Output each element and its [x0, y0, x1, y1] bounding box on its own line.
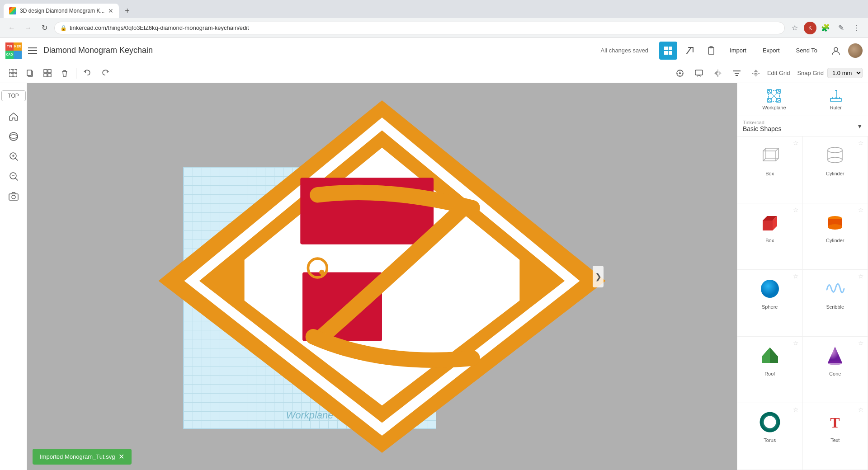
hamburger-button[interactable] — [25, 43, 40, 58]
snap-grid-label: Snap Grid — [797, 70, 824, 76]
svg-point-32 — [9, 132, 18, 141]
star-icon-9[interactable]: ☆ — [793, 406, 799, 413]
star-icon-6[interactable]: ☆ — [858, 273, 864, 280]
svg-rect-60 — [830, 99, 841, 101]
svg-line-69 — [776, 148, 778, 151]
edit-grid-label[interactable]: Edit Grid — [767, 70, 790, 76]
shape-item-cone[interactable]: ☆ Cone — [803, 337, 868, 404]
redo-button[interactable] — [97, 66, 113, 81]
top-toolbar: TIN KER CAD Diamond Monogram Keychain Al… — [0, 38, 868, 63]
home-view-button[interactable] — [5, 108, 22, 125]
refresh-button[interactable]: ↻ — [38, 22, 51, 34]
ruler-button-label: Ruler — [830, 105, 842, 110]
workplane-button-label: Workplane — [762, 105, 786, 110]
app-container: TIN KER CAD Diamond Monogram Keychain Al… — [0, 38, 868, 470]
browser-tab[interactable]: 3D design Diamond Monogram K... ✕ — [4, 4, 119, 18]
shape-item-roof[interactable]: ☆ Roof — [737, 337, 803, 404]
profile-icon[interactable]: K — [804, 22, 816, 34]
star-icon-5[interactable]: ☆ — [793, 273, 799, 280]
comment-icon[interactable] — [691, 66, 707, 81]
tinkercad-label: Tinkercad — [743, 120, 782, 125]
shapes-dropdown[interactable]: Tinkercad Basic Shapes ▼ — [737, 116, 868, 136]
svg-rect-11 — [14, 70, 17, 73]
browser-tab-bar: 3D design Diamond Monogram K... ✕ + — [0, 0, 868, 18]
flip-icon[interactable] — [748, 66, 764, 81]
svg-marker-85 — [762, 348, 770, 363]
svg-point-33 — [9, 135, 18, 138]
tab-favicon — [9, 7, 16, 14]
copy-button[interactable] — [23, 66, 38, 81]
right-chevron-button[interactable]: ❯ — [593, 266, 604, 287]
user-menu-button[interactable] — [827, 42, 844, 59]
edit-toolbar-separator — [76, 68, 76, 79]
delete-button[interactable] — [57, 66, 72, 81]
top-view-indicator[interactable]: TOP — [1, 90, 26, 101]
svg-rect-0 — [28, 47, 37, 48]
clipboard-button[interactable] — [703, 42, 720, 59]
shape-item-text[interactable]: ☆ T Text — [803, 403, 868, 470]
svg-point-52 — [319, 270, 324, 275]
shape-item-cylinder-solid[interactable]: ☆ Cylinder — [803, 203, 868, 270]
bookmark-icon[interactable]: ☆ — [788, 22, 801, 34]
location-icon[interactable] — [672, 66, 688, 81]
customize-icon[interactable]: ✎ — [835, 22, 847, 34]
svg-rect-1 — [28, 50, 37, 51]
export-button[interactable]: Export — [756, 44, 786, 56]
orbit-button[interactable] — [5, 128, 22, 145]
browser-controls: ← → ↻ 🔒 tinkercad.com/things/0qfo3ElZ6kq… — [0, 18, 868, 38]
svg-line-71 — [763, 158, 766, 161]
mirror-icon[interactable] — [710, 66, 726, 81]
star-icon-4[interactable]: ☆ — [858, 206, 864, 213]
back-button[interactable]: ← — [5, 22, 18, 34]
shape-item-cylinder-wireframe[interactable]: ☆ Cylinder — [803, 136, 868, 203]
snap-grid-select[interactable]: 1.0 mm 0.5 mm 2.0 mm — [827, 68, 863, 78]
tab-close-icon[interactable]: ✕ — [108, 7, 113, 14]
star-icon-10[interactable]: ☆ — [858, 406, 864, 413]
group-button[interactable] — [40, 66, 55, 81]
torus-icon — [756, 409, 783, 436]
star-icon-7[interactable]: ☆ — [793, 339, 799, 347]
roof-icon — [756, 342, 783, 369]
lock-icon: 🔒 — [60, 25, 67, 31]
text-shape-icon: T — [821, 409, 849, 436]
select-all-button[interactable] — [5, 66, 21, 81]
workplane-button[interactable]: Workplane — [759, 87, 789, 112]
browser-menu-icon[interactable]: ⋮ — [850, 22, 863, 34]
extensions-icon[interactable]: 🧩 — [819, 22, 832, 34]
sendto-button[interactable]: Send To — [790, 44, 824, 56]
star-icon-3[interactable]: ☆ — [793, 206, 799, 213]
user-avatar[interactable] — [848, 43, 863, 58]
shape-item-box-solid[interactable]: ☆ Box — [737, 203, 803, 270]
shape-item-torus[interactable]: ☆ Torus — [737, 403, 803, 470]
forward-button[interactable]: → — [22, 22, 34, 34]
zoom-out-button[interactable] — [5, 168, 22, 184]
cylinder-wireframe-icon — [821, 142, 849, 169]
svg-marker-76 — [763, 221, 773, 230]
svg-point-87 — [828, 361, 842, 365]
viewport: Workplane — [27, 83, 737, 470]
toast-close-icon[interactable]: ✕ — [118, 452, 124, 461]
star-icon-2[interactable]: ☆ — [858, 139, 864, 146]
svg-rect-4 — [669, 47, 672, 50]
svg-rect-10 — [9, 70, 13, 73]
zoom-in-button[interactable] — [5, 148, 22, 164]
tools-button[interactable] — [681, 42, 699, 60]
svg-line-37 — [15, 158, 18, 160]
align-icon[interactable] — [729, 66, 745, 81]
new-tab-button[interactable]: + — [121, 5, 133, 17]
ruler-button[interactable]: Ruler — [825, 87, 847, 112]
svg-point-9 — [834, 47, 838, 51]
address-bar[interactable]: 🔒 tinkercad.com/things/0qfo3ElZ6kq-diamo… — [54, 22, 785, 34]
shape-item-sphere[interactable]: ☆ Sphere — [737, 270, 803, 337]
shape-item-scribble[interactable]: ☆ Scribble — [803, 270, 868, 337]
grid-view-button[interactable] — [659, 42, 677, 60]
undo-button[interactable] — [80, 66, 95, 81]
svg-rect-19 — [48, 74, 51, 77]
svg-rect-15 — [27, 70, 32, 75]
star-icon[interactable]: ☆ — [793, 139, 799, 146]
camera-button[interactable] — [5, 188, 22, 204]
star-icon-8[interactable]: ☆ — [858, 339, 864, 347]
import-button[interactable]: Import — [723, 44, 753, 56]
design-title: Diamond Monogram Keychain — [43, 46, 597, 55]
shape-item-box-wireframe[interactable]: ☆ Box — [737, 136, 803, 203]
